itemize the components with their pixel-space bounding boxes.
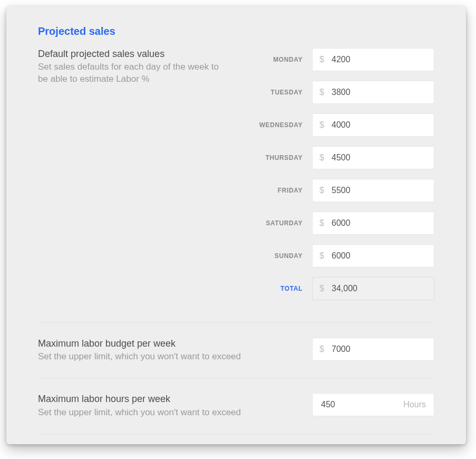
divider bbox=[38, 434, 434, 434]
labor-hours-heading: Maximum labor hours per week bbox=[38, 393, 302, 405]
day-input-wednesday[interactable] bbox=[312, 113, 434, 137]
labor-hours-row: Maximum labor hours per week Set the upp… bbox=[38, 391, 434, 420]
day-input-sunday[interactable] bbox=[312, 244, 434, 267]
day-row-friday: FRIDAY $ bbox=[233, 179, 434, 202]
day-input-monday[interactable] bbox=[312, 48, 434, 71]
section-title: Projected sales bbox=[38, 25, 434, 37]
day-input-wrap-sunday: $ bbox=[312, 244, 434, 267]
total-input-wrap: $ bbox=[312, 277, 434, 300]
day-row-saturday: SATURDAY $ bbox=[233, 212, 434, 235]
labor-hours-subtext: Set the upper limit, which you won't wan… bbox=[38, 407, 302, 419]
day-input-wrap-tuesday: $ bbox=[312, 81, 434, 104]
default-sales-description: Default projected sales values Set sales… bbox=[38, 48, 233, 85]
day-label-monday: MONDAY bbox=[273, 56, 303, 63]
labor-hours-input-wrap: Hours bbox=[312, 393, 434, 416]
labor-budget-input[interactable] bbox=[312, 338, 434, 361]
day-row-monday: MONDAY $ bbox=[233, 48, 434, 71]
day-input-wrap-wednesday: $ bbox=[312, 113, 434, 137]
day-input-wrap-friday: $ bbox=[312, 179, 434, 202]
day-label-tuesday: TUESDAY bbox=[271, 89, 303, 96]
day-label-saturday: SATURDAY bbox=[266, 219, 303, 227]
days-column: MONDAY $ TUESDAY $ WEDNESDAY $ bbox=[233, 48, 434, 310]
labor-hours-input[interactable] bbox=[312, 393, 434, 416]
labor-budget-input-wrap: $ bbox=[312, 338, 434, 361]
day-input-wrap-saturday: $ bbox=[312, 212, 434, 235]
day-row-wednesday: WEDNESDAY $ bbox=[233, 113, 434, 137]
default-sales-row: Default projected sales values Set sales… bbox=[38, 48, 434, 310]
labor-hours-description: Maximum labor hours per week Set the upp… bbox=[38, 393, 312, 418]
day-label-wednesday: WEDNESDAY bbox=[259, 121, 303, 129]
day-input-thursday[interactable] bbox=[312, 146, 434, 169]
day-input-wrap-monday: $ bbox=[312, 48, 434, 71]
day-row-total: TOTAL $ bbox=[233, 277, 434, 300]
default-sales-heading: Default projected sales values bbox=[38, 48, 222, 60]
labor-budget-row: Maximum labor budget per week Set the up… bbox=[38, 336, 434, 365]
day-row-tuesday: TUESDAY $ bbox=[233, 81, 434, 104]
day-input-saturday[interactable] bbox=[312, 212, 434, 235]
labor-budget-subtext: Set the upper limit, which you won't wan… bbox=[38, 351, 302, 363]
day-input-tuesday[interactable] bbox=[312, 81, 434, 104]
day-label-total: TOTAL bbox=[280, 285, 303, 292]
day-input-wrap-thursday: $ bbox=[312, 146, 434, 169]
day-input-friday[interactable] bbox=[312, 179, 434, 202]
day-label-friday: FRIDAY bbox=[278, 187, 303, 194]
day-label-thursday: THURSDAY bbox=[266, 154, 303, 161]
labor-budget-description: Maximum labor budget per week Set the up… bbox=[38, 338, 312, 363]
total-input bbox=[312, 277, 434, 300]
day-row-sunday: SUNDAY $ bbox=[233, 244, 434, 267]
default-sales-subtext: Set sales defaults for each day of the w… bbox=[38, 61, 222, 85]
labor-budget-heading: Maximum labor budget per week bbox=[38, 338, 302, 350]
divider bbox=[38, 322, 434, 323]
day-row-thursday: THURSDAY $ bbox=[233, 146, 434, 169]
day-label-sunday: SUNDAY bbox=[275, 252, 303, 260]
projected-sales-card: Projected sales Default projected sales … bbox=[6, 6, 466, 444]
divider bbox=[38, 378, 434, 378]
